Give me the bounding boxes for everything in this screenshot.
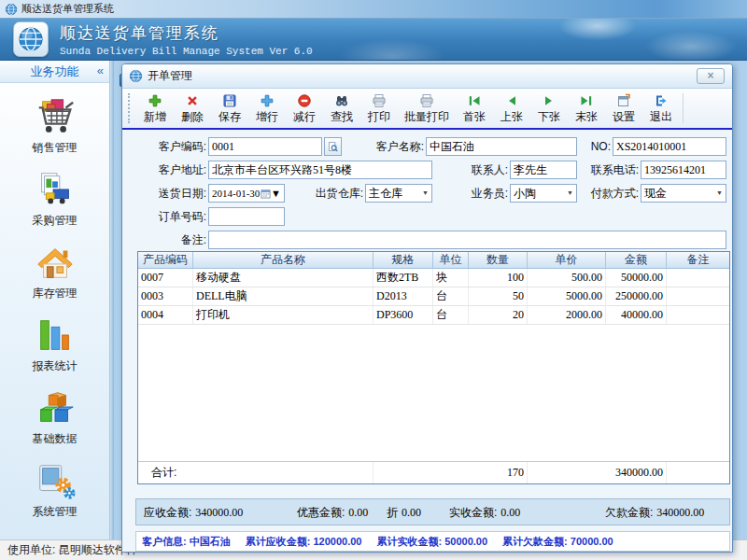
customer-code-field[interactable]: 0001: [208, 137, 322, 156]
table-cell[interactable]: DELL电脑: [193, 287, 374, 305]
bill-no-field[interactable]: XS2014010001: [613, 137, 726, 156]
app-logo-globe-icon: [13, 21, 49, 57]
sidebar-item-base-data[interactable]: 基础数据: [0, 386, 109, 447]
table-cell[interactable]: 40000.00: [606, 306, 667, 324]
print-button[interactable]: 打印: [360, 91, 398, 127]
table-cell[interactable]: D2013: [374, 287, 433, 305]
next-record-button[interactable]: 下张: [530, 91, 568, 127]
dialog-title: 开单管理: [148, 68, 192, 84]
window-titlebar[interactable]: 顺达送货单管理系统: [0, 0, 747, 19]
amounts-summary-bar: 应收金额:340000.00 优惠金额:0.00 折0.00 实收金额:0.00…: [135, 498, 730, 525]
table-cell[interactable]: [667, 306, 729, 324]
batch-print-button[interactable]: 批量打印: [398, 91, 456, 127]
table-row[interactable]: 0003DELL电脑D2013台505000.00250000.00: [138, 287, 729, 306]
last-record-button[interactable]: 末张: [568, 91, 605, 127]
status-total-received: 累计实收金额: 50000.00: [376, 535, 487, 549]
customer-lookup-button[interactable]: [324, 137, 342, 156]
save-button[interactable]: 保存: [211, 91, 248, 127]
delivery-date-picker[interactable]: 2014-01-30 ▼: [208, 184, 285, 203]
total-quantity: 170: [469, 462, 528, 483]
exit-button[interactable]: 退出: [642, 91, 680, 127]
column-header[interactable]: 产品名称: [193, 252, 374, 268]
add-icon: [148, 93, 162, 108]
table-cell[interactable]: 250000.00: [606, 287, 667, 305]
column-header[interactable]: 单价: [528, 252, 606, 268]
settings-button[interactable]: 设置: [605, 91, 642, 127]
table-cell[interactable]: 50: [469, 287, 528, 305]
column-header[interactable]: 备注: [667, 252, 729, 268]
salesman-label: 业务员:: [461, 184, 508, 203]
salesman-select[interactable]: 小陶 ▼: [510, 184, 577, 203]
table-cell[interactable]: 台: [433, 287, 469, 305]
sidebar-header: 业务功能 «: [0, 61, 109, 83]
column-header[interactable]: 单位: [433, 252, 469, 268]
dialog-titlebar[interactable]: 开单管理 ×: [122, 64, 732, 89]
column-header[interactable]: 金额: [606, 252, 667, 268]
add-row-button[interactable]: 增行: [248, 91, 286, 127]
sidebar-item-label: 采购管理: [33, 213, 78, 229]
save-icon: [222, 93, 237, 108]
remove-row-icon: [297, 93, 312, 108]
column-header[interactable]: 产品编码: [138, 252, 193, 268]
column-header[interactable]: 规格: [374, 252, 433, 268]
table-cell[interactable]: [667, 269, 729, 287]
warehouse-select[interactable]: 主仓库 ▼: [365, 184, 432, 203]
customer-name-field[interactable]: 中国石油: [426, 137, 577, 156]
first-record-button[interactable]: 首张: [456, 91, 493, 127]
report-bar-chart-icon: [34, 314, 77, 357]
payment-method-select[interactable]: 现金 ▼: [641, 184, 726, 203]
lookup-magnifier-icon: [327, 141, 339, 153]
table-cell[interactable]: 块: [433, 269, 469, 287]
contact-person-field[interactable]: 李先生: [510, 161, 577, 179]
delete-icon: [185, 93, 200, 108]
customer-name-label: 客户名称:: [360, 137, 424, 156]
table-row[interactable]: 0007移动硬盘西数2TB块100500.0050000.00: [138, 269, 729, 287]
previous-record-button[interactable]: 上张: [493, 91, 530, 127]
column-header[interactable]: 数量: [469, 252, 528, 268]
table-cell[interactable]: 0007: [138, 269, 193, 287]
table-cell[interactable]: DP3600: [374, 306, 433, 324]
sidebar-item-inventory[interactable]: 库存管理: [0, 241, 109, 301]
delivery-date-label: 送货日期:: [132, 184, 206, 203]
payment-method-label: 付款方式:: [575, 184, 639, 203]
table-cell[interactable]: 2000.00: [528, 306, 606, 324]
contact-phone-field[interactable]: 13925614201: [641, 161, 726, 179]
toolbar-grip[interactable]: [128, 93, 133, 123]
app-header-banner: 顺达送货单管理系统 Sunda Delivery Bill Manage Sys…: [0, 19, 747, 61]
system-gears-icon: [34, 459, 77, 502]
delete-button[interactable]: 删除: [174, 91, 211, 127]
remark-field[interactable]: [208, 231, 726, 249]
find-button[interactable]: 查找: [323, 91, 360, 127]
order-no-field[interactable]: [208, 207, 285, 226]
last-record-icon: [579, 93, 594, 108]
sidebar-item-purchase[interactable]: 采购管理: [0, 168, 109, 229]
table-cell[interactable]: 西数2TB: [374, 269, 433, 287]
table-cell[interactable]: 5000.00: [528, 287, 606, 305]
table-cell[interactable]: 100: [469, 269, 528, 287]
sidebar-item-sales[interactable]: 销售管理: [0, 95, 109, 156]
customer-address-label: 客户地址:: [132, 161, 206, 179]
table-cell[interactable]: 0004: [138, 306, 193, 324]
sidebar-collapse-icon[interactable]: «: [97, 63, 104, 77]
table-body: 0007移动硬盘西数2TB块100500.0050000.000003DELL电…: [138, 269, 729, 461]
settings-icon: [616, 93, 631, 108]
table-cell[interactable]: 0003: [138, 287, 193, 305]
discount-rate: 折0.00: [387, 505, 421, 521]
close-icon[interactable]: ×: [697, 68, 725, 84]
status-total-arrears: 累计欠款金额: 70000.00: [502, 535, 613, 549]
table-cell[interactable]: [667, 287, 729, 305]
customer-address-field[interactable]: 北京市丰台区环兴路51号8楼: [208, 161, 432, 179]
table-cell[interactable]: 50000.00: [606, 269, 667, 287]
table-row[interactable]: 0004打印机DP3600台202000.0040000.00: [138, 306, 729, 325]
application-window: 顺达送货单管理系统 顺达送货单管理系统 Sunda Delivery Bill …: [0, 0, 747, 560]
table-cell[interactable]: 台: [433, 306, 469, 324]
table-cell[interactable]: 移动硬盘: [193, 269, 374, 287]
table-cell[interactable]: 20: [469, 306, 528, 324]
table-cell[interactable]: 500.00: [528, 269, 606, 287]
sidebar-item-reports[interactable]: 报表统计: [0, 314, 109, 374]
sidebar-item-system[interactable]: 系统管理: [0, 459, 109, 520]
remove-row-button[interactable]: 减行: [286, 91, 323, 127]
add-button[interactable]: 新增: [136, 91, 174, 127]
toolbar-separator: [683, 93, 684, 123]
table-cell[interactable]: 打印机: [193, 306, 374, 324]
